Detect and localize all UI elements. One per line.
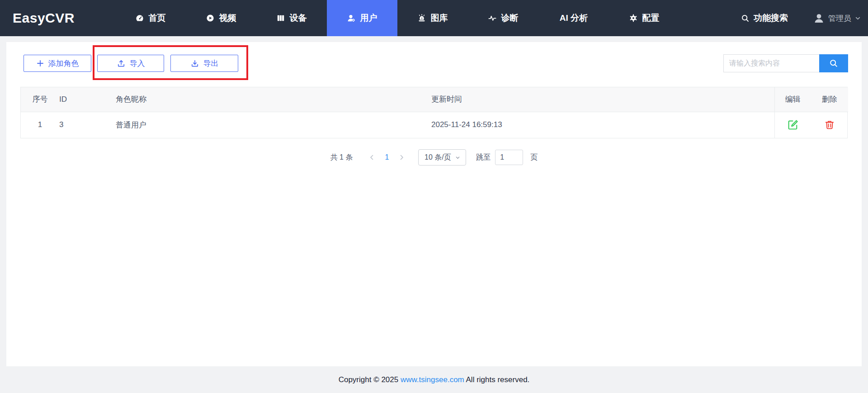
nav-label: 图库 [430,12,448,24]
col-header-id: ID [59,87,116,112]
function-search-label: 功能搜索 [754,12,788,24]
nav-label: 视频 [219,12,236,24]
page-unit-label: 页 [530,153,538,162]
brand-logo: EasyCVR [13,10,75,26]
top-navbar: EasyCVR 首页 视频 设备 [0,0,868,36]
search-icon [829,58,839,68]
export-button[interactable]: 导出 [170,55,238,72]
col-header-edit: 编辑 [774,87,811,112]
nav-item-home[interactable]: 首页 [115,0,186,36]
search-button[interactable] [819,54,848,72]
page-size-value: 10 条/页 [425,153,451,162]
nav-item-config[interactable]: 配置 [609,0,679,36]
plus-icon [36,59,44,67]
col-header-role-name: 角色昵称 [116,87,431,112]
col-header-updated-at: 更新时间 [431,87,774,112]
avatar-icon [813,13,825,24]
copyright-suffix: All rights reserved. [464,375,530,384]
table-header-row: 序号 ID 角色昵称 更新时间 编辑 删除 [21,87,848,112]
next-page-button[interactable] [396,154,407,161]
chevron-left-icon [369,154,375,161]
table-search [723,54,848,72]
cell-updated-at: 2025-11-24 16:59:13 [431,112,774,138]
nav-label: 诊断 [501,12,518,24]
import-button[interactable]: 导入 [97,55,164,72]
pulse-icon [488,14,497,23]
chevron-down-icon [455,155,460,160]
delete-button[interactable] [824,119,835,130]
alarm-icon [417,14,426,23]
video-icon [206,14,215,23]
nav-label: 首页 [148,12,165,24]
content-panel: 添加角色 导入 导出 [6,42,862,366]
import-label: 导入 [130,58,145,69]
nav-item-diagnosis[interactable]: 诊断 [468,0,538,36]
col-header-delete: 删除 [811,87,848,112]
nav-item-device[interactable]: 设备 [256,0,327,36]
page-size-select[interactable]: 10 条/页 [418,149,466,166]
nav-label: AI 分析 [560,12,588,24]
function-search-button[interactable]: 功能搜索 [741,12,788,24]
admin-label: 管理员 [828,13,851,24]
prev-page-button[interactable] [366,154,377,161]
jump-to-label: 跳至 [476,153,491,162]
copyright-prefix: Copyright © 2025 [339,375,401,384]
trash-icon [824,119,835,130]
nav-item-gallery[interactable]: 图库 [397,0,468,36]
chevron-right-icon [399,154,405,161]
nav-label: 设备 [289,12,307,24]
edit-icon [787,119,799,131]
pagination-total: 共 1 条 [330,153,353,162]
cell-role-name: 普通用户 [116,112,431,138]
current-page-number[interactable]: 1 [385,153,389,161]
admin-menu[interactable]: 管理员 [813,13,861,24]
edit-button[interactable] [787,119,799,131]
cell-index: 1 [21,112,59,138]
add-role-label: 添加角色 [48,58,79,69]
nav-item-user[interactable]: 用户 [327,0,397,36]
gear-icon [629,14,638,23]
nav-label: 配置 [642,12,659,24]
device-icon [276,14,285,23]
pagination-bar: 共 1 条 1 10 条/页 跳至 页 [6,149,862,166]
search-icon [741,14,750,23]
nav-item-video[interactable]: 视频 [186,0,256,36]
chevron-down-icon [855,15,861,21]
tsingsee-link[interactable]: www.tsingsee.com [401,375,464,384]
upload-icon [117,59,126,68]
add-role-button[interactable]: 添加角色 [24,55,91,72]
nav-item-ai-analysis[interactable]: AI 分析 [538,0,609,36]
nav-label: 用户 [360,12,377,24]
roles-table: 序号 ID 角色昵称 更新时间 编辑 删除 1 3 普通用户 2025-11-2… [20,87,848,138]
nav-right: 功能搜索 管理员 [741,12,861,24]
search-input[interactable] [723,54,819,72]
table-row: 1 3 普通用户 2025-11-24 16:59:13 [21,112,848,138]
main-nav: 首页 视频 设备 用户 [115,0,679,36]
download-icon [190,59,199,68]
cell-id: 3 [59,112,116,138]
export-label: 导出 [203,58,219,69]
jump-page-input[interactable] [495,150,523,165]
dashboard-icon [135,14,144,23]
user-icon [347,14,356,23]
col-header-index: 序号 [21,87,59,112]
page-footer: Copyright © 2025 www.tsingsee.com All ri… [0,366,868,393]
